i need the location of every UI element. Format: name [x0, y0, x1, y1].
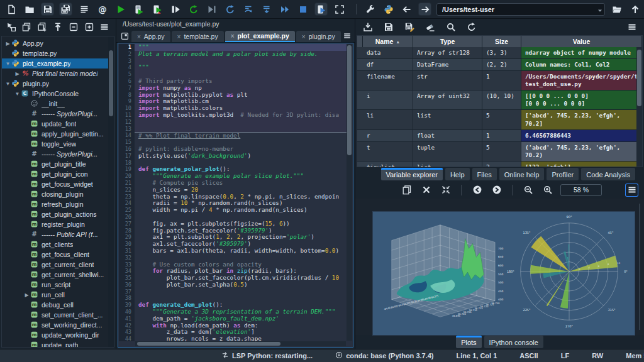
variable-value[interactable]: [[0 0 0 ... 0 0 0] [0 0 0 ... 0 0 0]	[521, 90, 642, 110]
next-plot-icon[interactable]	[491, 184, 502, 196]
run-cell-icon[interactable]	[133, 3, 145, 15]
debug-continue-icon[interactable]	[224, 3, 236, 15]
variable-value[interactable]: ['abcd', 745, 2.23, 'efgh', 70.2]	[521, 110, 642, 129]
options-menu-icon[interactable]	[99, 21, 111, 33]
column-type[interactable]: Type	[413, 36, 482, 47]
variable-value[interactable]: [123, 'efgh']	[521, 162, 642, 167]
save-all-icon[interactable]	[60, 3, 72, 15]
goto-cursor-icon[interactable]	[5, 21, 17, 33]
outline-item--init-[interactable]: __init__	[2, 99, 114, 109]
chevron-collapsed-icon[interactable]: ▶	[14, 71, 21, 77]
variable-value[interactable]: /Users/Documents/spyder/spyder/tests/ te…	[521, 71, 642, 90]
table-scrollbar[interactable]	[636, 47, 642, 167]
variable-value[interactable]: ndarray object of numpy module	[521, 47, 642, 59]
debug-cell-icon[interactable]	[315, 3, 327, 15]
outline-item-set-current-client-[interactable]: mset_current_client_...	[2, 310, 114, 320]
outline-item--spyderplugi-[interactable]: #------ SpyderPlugi...	[2, 149, 114, 159]
editor-vertical-scrollbar[interactable]	[347, 44, 352, 341]
outline-item-ipythonconsole[interactable]: ▼CIPythonConsole	[2, 89, 114, 99]
chevron-expanded-icon[interactable]: ▼	[14, 91, 21, 97]
outline-item-run-cell[interactable]: ▶mrun_cell	[2, 290, 114, 300]
pane-tab-variable-explorer[interactable]: Variable explorer	[381, 168, 443, 180]
variable-row-data[interactable]: dataArray of str128(3, 3)ndarray object …	[357, 47, 642, 59]
variable-explorer-menu-icon[interactable]	[626, 21, 638, 33]
editor-tabs-menu-icon[interactable]	[342, 31, 352, 40]
outline-item-get-plugin-title[interactable]: mget_plugin_title	[2, 159, 114, 169]
outline-scrollbar[interactable]	[108, 36, 114, 347]
previous-plot-icon[interactable]	[471, 184, 483, 196]
python-path-icon[interactable]	[382, 3, 394, 15]
editor-horizontal-scrollbar[interactable]	[135, 341, 346, 346]
save-all-plots-icon[interactable]	[381, 184, 393, 196]
close-tab-icon[interactable]: ×	[177, 33, 181, 40]
outline-item-run-script[interactable]: mrun_script	[2, 280, 114, 290]
variable-row-li[interactable]: lilist5['abcd', 745, 2.23, 'efgh', 70.2]	[357, 110, 642, 129]
outline-item-closing-plugin[interactable]: mclosing_plugin	[2, 189, 114, 199]
editor-tab-plot_example-py[interactable]: ×plot_example.py	[225, 31, 295, 42]
copy-stack-icon[interactable]	[21, 21, 33, 33]
outline-item-get-plugin-icon[interactable]: mget_plugin_icon	[2, 169, 114, 179]
remove-all-icon[interactable]	[424, 21, 436, 33]
pane-tab-help[interactable]: Help	[445, 168, 470, 180]
run-cell-advance-icon[interactable]	[151, 3, 163, 15]
plots-menu-icon[interactable]	[626, 184, 638, 196]
preferences-icon[interactable]	[364, 3, 376, 15]
outline-item-register-plugin[interactable]: mregister_plugin	[2, 219, 114, 229]
interpreter-status[interactable]: conda: base (Python 3.7.4)	[335, 351, 433, 360]
variable-value[interactable]: Column names: Col1, Col2	[521, 59, 642, 71]
debug-step-over-icon[interactable]	[242, 3, 254, 15]
save-data-as-icon[interactable]	[403, 21, 415, 33]
chevron-expanded-icon[interactable]: ▼	[4, 61, 11, 67]
variable-row-df[interactable]: dfDataFrame(2, 2)Column names: Col1, Col…	[357, 59, 642, 71]
pane-tab-profiler[interactable]: Profiler	[547, 168, 579, 180]
outline-item-debug-cell[interactable]: mdebug_cell	[2, 300, 114, 310]
import-data-icon[interactable]	[362, 21, 374, 33]
rerun-cell-icon[interactable]	[187, 3, 199, 15]
outline-item-plugin-py[interactable]: ▼plugin.py	[2, 79, 114, 89]
debug-fast-forward-icon[interactable]	[279, 3, 291, 15]
fit-plot-icon[interactable]	[440, 184, 452, 196]
browse-tabs-icon[interactable]	[119, 31, 130, 41]
save-icon[interactable]	[42, 3, 53, 15]
variable-value[interactable]: 6.46567886443	[521, 130, 642, 142]
outline-item-app-py[interactable]: ▶App.py	[2, 38, 114, 48]
editor-tab-app-py[interactable]: ×App.py	[131, 31, 170, 42]
column-size[interactable]: Size	[482, 36, 521, 47]
close-tab-icon[interactable]: ×	[231, 33, 235, 40]
outline-item-plot-example-py[interactable]: ▼plot_example.py	[2, 58, 114, 69]
outline-item-update-path[interactable]: mupdate_path	[2, 340, 114, 348]
outline-item-get-focus-client[interactable]: mget_focus_client	[2, 250, 114, 260]
variable-row-r[interactable]: rfloat16.46567886443	[357, 130, 642, 142]
working-directory-input[interactable]	[436, 3, 605, 16]
outline-item-template-py[interactable]: template.py	[2, 48, 114, 58]
variable-row-i[interactable]: iArray of uint32(10, 10)[[0 0 0 ... 0 0 …	[357, 90, 642, 110]
close-tab-icon[interactable]: ×	[302, 33, 306, 40]
symbol-finder-icon[interactable]: @	[96, 3, 108, 15]
code-editor[interactable]: 1"""2Plot a terrain model and a polar pl…	[118, 43, 353, 348]
debug-stop-icon[interactable]	[297, 3, 309, 15]
run-selection-icon[interactable]	[169, 3, 181, 15]
search-icon[interactable]	[445, 21, 457, 33]
column-name[interactable]: Name▲	[363, 36, 413, 47]
maximize-icon[interactable]	[333, 3, 345, 15]
outline-item-get-plugin-actions[interactable]: mget_plugin_actions	[2, 209, 114, 219]
close-tab-icon[interactable]: ×	[137, 33, 141, 40]
remove-plot-icon[interactable]	[420, 184, 432, 196]
outline-item-get-current-client[interactable]: mget_current_client	[2, 260, 114, 270]
open-dir-icon[interactable]	[611, 3, 623, 15]
variable-row-filename[interactable]: filenamestr1/Users/Documents/spyder/spyd…	[357, 71, 642, 90]
pane-tab-online-help[interactable]: Online help	[499, 168, 545, 180]
save-plot-icon[interactable]	[362, 184, 374, 196]
variable-row-t[interactable]: ttuple5('abcd', 745, 2.23, 'efgh', 70.2)	[357, 142, 642, 162]
outline-item-update-font[interactable]: mupdate_font	[2, 119, 114, 129]
chevron-collapsed-icon[interactable]: ▶	[4, 41, 11, 47]
variable-row-tinylist[interactable]: tinylistlist2[123, 'efgh']	[357, 162, 642, 167]
expand-all-icon[interactable]	[83, 21, 95, 33]
refresh-icon[interactable]	[465, 21, 477, 33]
outline-item-apply-plugin-settin-[interactable]: mapply_plugin_settin...	[2, 129, 114, 139]
outline-item-get-current-shellwi-[interactable]: mget_current_shellwi...	[2, 270, 114, 280]
plot-zoom-level[interactable]: 58 %	[560, 184, 602, 196]
parent-dir-icon[interactable]	[629, 3, 641, 15]
outline-item-update-working-dir[interactable]: mupdate_working_dir	[2, 330, 114, 340]
pane-tab-code-analysis[interactable]: Code Analysis	[581, 168, 635, 180]
